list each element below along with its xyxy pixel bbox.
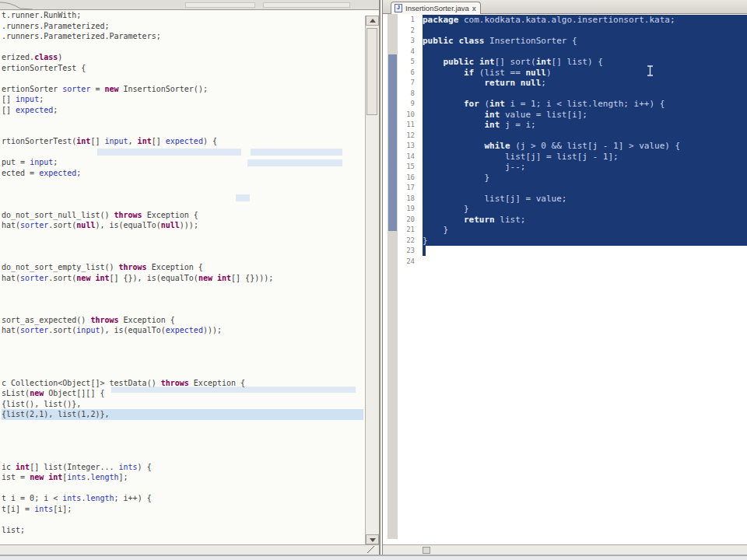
code-line <box>2 294 363 305</box>
line-number[interactable]: 12 <box>398 131 418 142</box>
code-line: list; <box>2 525 363 536</box>
line-number[interactable]: 23 <box>398 246 418 257</box>
code-line <box>2 336 363 347</box>
line-number[interactable]: 24 <box>398 257 418 268</box>
code-line <box>423 131 747 142</box>
code-line: do_not_sort_empty_list() throws Exceptio… <box>2 262 363 273</box>
code-line <box>2 115 363 126</box>
left-scrollbar-thumb[interactable] <box>366 28 377 115</box>
code-line <box>2 241 363 252</box>
line-number[interactable]: 15 <box>398 162 418 173</box>
code-line <box>2 126 363 137</box>
scroll-left-icon[interactable] <box>423 547 430 554</box>
left-horizontal-scrollbar[interactable] <box>0 544 379 555</box>
line-number[interactable]: 17 <box>398 183 418 194</box>
resize-grip-icon <box>366 546 374 553</box>
line-number[interactable]: 5 <box>398 57 418 68</box>
code-line <box>423 26 747 37</box>
line-number[interactable]: 3 <box>398 36 418 47</box>
line-number[interactable]: 14 <box>398 152 418 163</box>
selection-tail <box>423 246 426 256</box>
code-line <box>2 483 363 494</box>
tab-insertionsorter-java[interactable]: J InsertionSorter.java x <box>391 2 481 14</box>
code-line <box>2 147 363 158</box>
code-line: package com.kodkata.kata.algo.insertions… <box>423 15 747 26</box>
line-number[interactable]: 20 <box>398 215 418 226</box>
line-number[interactable]: 21 <box>398 225 418 236</box>
code-line: ertionSorter sorter = new InsertionSorte… <box>2 84 363 95</box>
code-line: list[j] = value; <box>423 194 747 205</box>
code-line <box>2 283 363 294</box>
code-line: ected = expected; <box>2 168 363 179</box>
code-line <box>2 367 363 378</box>
line-number[interactable]: 4 <box>398 47 418 58</box>
line-number[interactable]: 9 <box>398 99 418 110</box>
code-line <box>423 47 747 58</box>
code-line: if (list == null) <box>423 68 747 79</box>
code-line: hat(sorter.sort(new int[] {}), is(equalT… <box>2 273 363 284</box>
code-line <box>2 514 363 525</box>
line-number[interactable]: 1 <box>398 15 418 26</box>
left-code-area[interactable]: t.runner.RunWith;.runners.Parameterized;… <box>2 10 363 539</box>
code-line: hat(sorter.sort(null), is(equalTo(null))… <box>2 220 363 231</box>
code-line: int value = list[i]; <box>423 110 747 121</box>
line-number[interactable]: 13 <box>398 141 418 152</box>
text-cursor-icon <box>647 65 654 76</box>
line-number[interactable]: 8 <box>398 89 418 100</box>
ide-split-view: t.runner.RunWith;.runners.Parameterized;… <box>0 0 747 560</box>
right-editor-pane: J InsertionSorter.java x 123456789101112… <box>382 0 747 555</box>
code-line <box>2 357 363 368</box>
line-number-gutter[interactable]: 123456789101112131415161718192021222324 <box>398 15 418 267</box>
tab-title: InsertionSorter.java <box>405 4 469 12</box>
code-line: sort_as_expected() throws Exception { <box>2 315 363 326</box>
line-number[interactable]: 22 <box>398 236 418 247</box>
left-editor-pane: t.runner.RunWith;.runners.Parameterized;… <box>0 0 381 555</box>
code-line: hat(sorter.sort(input), is(equalTo(expec… <box>2 325 363 336</box>
code-line: ist = new int[ints.length]; <box>2 472 363 483</box>
annotation-ruler-thumb[interactable] <box>388 54 397 231</box>
right-horizontal-scrollbar[interactable] <box>383 544 747 555</box>
code-line: t[i] = ints[i]; <box>2 504 363 515</box>
code-line: return list; <box>423 215 747 226</box>
code-line: erized.class) <box>2 52 363 63</box>
scroll-down-icon[interactable] <box>366 534 379 544</box>
line-number[interactable]: 16 <box>398 173 418 184</box>
code-line: rtionSorterTest(int[] input, int[] expec… <box>2 136 363 147</box>
code-line: } <box>423 236 747 247</box>
right-editor-body: 123456789101112131415161718192021222324 … <box>383 14 747 539</box>
code-line <box>423 246 747 257</box>
scroll-up-icon[interactable] <box>366 16 379 26</box>
left-vertical-scrollbar[interactable] <box>365 16 379 544</box>
toolbar-ghost-box <box>263 2 350 8</box>
code-line <box>423 257 747 268</box>
code-line: public int[] sort(int[] list) { <box>423 57 747 68</box>
code-line <box>2 189 363 200</box>
code-line: do_not_sort_null_list() throws Exception… <box>2 210 363 221</box>
code-line <box>2 346 363 357</box>
code-line: t i = 0; i < ints.length; i++) { <box>2 493 363 504</box>
close-icon[interactable]: x <box>472 5 476 12</box>
line-number[interactable]: 10 <box>398 110 418 121</box>
code-line: return null; <box>423 78 747 89</box>
code-line: for (int i = 1; i < list.length; i++) { <box>423 99 747 110</box>
code-line <box>2 252 363 263</box>
code-line <box>2 430 363 441</box>
code-line <box>2 178 363 189</box>
line-number[interactable]: 7 <box>398 78 418 89</box>
code-line: list[j] = list[j - 1]; <box>423 152 747 163</box>
code-line <box>2 451 363 462</box>
line-number[interactable]: 19 <box>398 204 418 215</box>
code-line <box>2 73 363 84</box>
code-line <box>2 231 363 242</box>
line-number[interactable]: 18 <box>398 194 418 205</box>
right-code-area[interactable]: package com.kodkata.kata.algo.insertions… <box>423 15 747 539</box>
code-line: int j = i; <box>423 120 747 131</box>
line-number[interactable]: 2 <box>398 26 418 37</box>
line-number[interactable]: 6 <box>398 68 418 79</box>
right-tab-bar: J InsertionSorter.java x <box>383 0 747 14</box>
code-line: c Collection<Object[]> testData() throws… <box>2 378 363 389</box>
code-line: while (j > 0 && list[j - 1] > value) { <box>423 141 747 152</box>
code-line: {list(2,1), list(1,2)}, <box>2 409 363 420</box>
annotation-ruler[interactable] <box>388 14 398 539</box>
line-number[interactable]: 11 <box>398 120 418 131</box>
